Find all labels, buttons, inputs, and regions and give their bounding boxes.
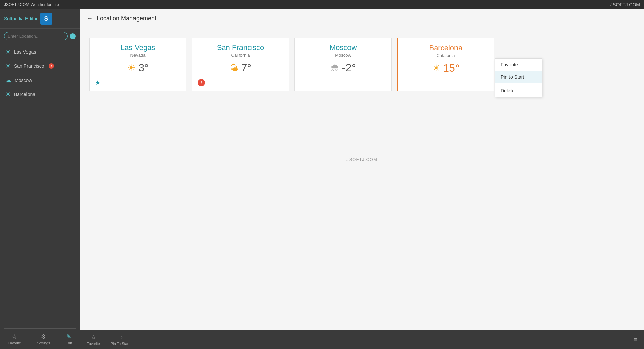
location-card-las-vegas[interactable]: Las Vegas Nevada ☀ 3° ★ bbox=[89, 38, 186, 91]
card-region-las-vegas: Nevada bbox=[95, 53, 181, 58]
sun-icon: ☀ bbox=[5, 91, 11, 98]
main-content: ← Location Management Las Vegas Nevada ☀… bbox=[80, 9, 644, 349]
nav-label-moscow: Moscow bbox=[15, 78, 32, 83]
card-temp-las-vegas: 3° bbox=[138, 62, 149, 74]
main-header: ← Location Management bbox=[80, 9, 644, 28]
toolbar-favorite-label: Favorite bbox=[87, 342, 100, 346]
titlebar: JSOFTJ.COM Weather for Life — JSOFTJ.COM bbox=[0, 0, 644, 9]
context-item-pin-to-start[interactable]: Pin to Start bbox=[495, 71, 542, 83]
cloud-icon: ☁ bbox=[5, 77, 11, 84]
star-toolbar-icon: ☆ bbox=[91, 334, 96, 341]
card-weather-moscow: 🌨 -2° bbox=[300, 62, 386, 74]
toolbar-favorite-button[interactable]: ☆ Favorite bbox=[87, 334, 100, 346]
context-divider bbox=[495, 84, 542, 84]
location-dot-icon[interactable] bbox=[70, 33, 76, 39]
card-region-moscow: Moscow bbox=[300, 53, 386, 58]
card-weather-las-vegas: ☀ 3° bbox=[95, 62, 181, 74]
snow-cloud-icon: 🌨 bbox=[330, 63, 339, 73]
settings-footer-button[interactable]: ⚙ Settings bbox=[34, 332, 53, 346]
bottom-toolbar: ☆ Favorite ⇨ Pin To Start ≡ bbox=[80, 330, 644, 349]
card-badge-las-vegas: ★ bbox=[95, 79, 100, 86]
card-temp-barcelona: 15° bbox=[443, 62, 459, 74]
minimize-button[interactable]: — JSOFTJ.COM bbox=[604, 2, 640, 7]
star-badge-icon: ★ bbox=[95, 79, 100, 86]
search-input[interactable] bbox=[4, 32, 68, 40]
nav-label-las-vegas: Las Vegas bbox=[14, 49, 36, 55]
error-badge: ! bbox=[49, 63, 54, 69]
error-badge-card: ! bbox=[198, 79, 205, 86]
sidebar-logo: S bbox=[40, 13, 52, 25]
list-icon: ≡ bbox=[634, 336, 637, 343]
card-temp-moscow: -2° bbox=[342, 62, 356, 74]
card-city-barcelona: Barcelona bbox=[403, 44, 488, 52]
card-region-barcelona: Catalonia bbox=[403, 53, 488, 58]
card-weather-barcelona: ☀ 15° bbox=[403, 62, 488, 74]
location-card-barcelona[interactable]: Barcelona Catalonia ☀ 15° Favorite Pin t… bbox=[397, 38, 494, 91]
card-city-san-francisco: San Francisco bbox=[198, 43, 283, 52]
toolbar-list-button[interactable]: ≡ bbox=[634, 336, 637, 343]
nav-label-san-francisco: San Francisco bbox=[14, 63, 44, 69]
back-button[interactable]: ← bbox=[87, 15, 93, 22]
card-temp-san-francisco: 7° bbox=[241, 62, 252, 74]
sidebar-header: Softpedia Editor S bbox=[0, 9, 80, 29]
sidebar-footer: ☆ Favorite ⚙ Settings ✎ Edit bbox=[0, 329, 80, 349]
edit-footer-button[interactable]: ✎ Edit bbox=[63, 332, 75, 346]
sidebar-title: Softpedia Editor bbox=[4, 16, 38, 21]
nav-label-barcelona: Barcelona bbox=[14, 92, 35, 97]
location-card-moscow[interactable]: Moscow Moscow 🌨 -2° bbox=[294, 38, 392, 91]
sidebar-nav: ☀ Las Vegas ☀ San Francisco ! ☁ Moscow ☀… bbox=[0, 44, 80, 328]
sidebar-item-barcelona[interactable]: ☀ Barcelona bbox=[0, 87, 80, 101]
context-menu: Favorite Pin to Start Delete bbox=[495, 58, 542, 97]
favorite-footer-button[interactable]: ☆ Favorite bbox=[5, 332, 24, 346]
card-city-las-vegas: Las Vegas bbox=[95, 43, 181, 52]
sun-icon: ☀ bbox=[5, 48, 11, 56]
sun-icon-barcelona: ☀ bbox=[432, 63, 440, 74]
sun-weather-icon: ☀ bbox=[127, 62, 136, 73]
edit-icon: ✎ bbox=[66, 333, 71, 340]
page-title: Location Management bbox=[97, 15, 156, 22]
card-city-moscow: Moscow bbox=[300, 43, 386, 52]
context-item-favorite[interactable]: Favorite bbox=[495, 59, 542, 71]
sidebar-item-san-francisco[interactable]: ☀ San Francisco ! bbox=[0, 59, 80, 73]
location-card-san-francisco[interactable]: San Francisco California 🌤 7° ! bbox=[192, 38, 289, 91]
card-badge-san-francisco: ! bbox=[198, 79, 205, 86]
sidebar-item-las-vegas[interactable]: ☀ Las Vegas bbox=[0, 45, 80, 59]
context-item-delete[interactable]: Delete bbox=[495, 85, 542, 97]
watermark: JSOFTJ.COM bbox=[346, 157, 377, 162]
locations-grid: Las Vegas Nevada ☀ 3° ★ San Francisco Ca… bbox=[80, 28, 644, 101]
partly-cloudy-icon: 🌤 bbox=[230, 63, 238, 73]
sidebar-item-moscow[interactable]: ☁ Moscow bbox=[0, 73, 80, 87]
star-icon: ☆ bbox=[12, 333, 17, 340]
search-container bbox=[0, 29, 80, 44]
card-region-san-francisco: California bbox=[198, 53, 283, 58]
card-weather-san-francisco: 🌤 7° bbox=[198, 62, 283, 74]
titlebar-controls: — JSOFTJ.COM bbox=[604, 2, 640, 7]
pin-toolbar-icon: ⇨ bbox=[118, 334, 123, 341]
toolbar-pin-button[interactable]: ⇨ Pin To Start bbox=[111, 334, 130, 346]
app-title: JSOFTJ.COM Weather for Life bbox=[4, 2, 59, 7]
sidebar: Softpedia Editor S ☀ Las Vegas ☀ San Fra… bbox=[0, 9, 80, 349]
toolbar-pin-label: Pin To Start bbox=[111, 342, 130, 346]
sun-icon: ☀ bbox=[5, 62, 11, 70]
gear-icon: ⚙ bbox=[41, 333, 46, 340]
